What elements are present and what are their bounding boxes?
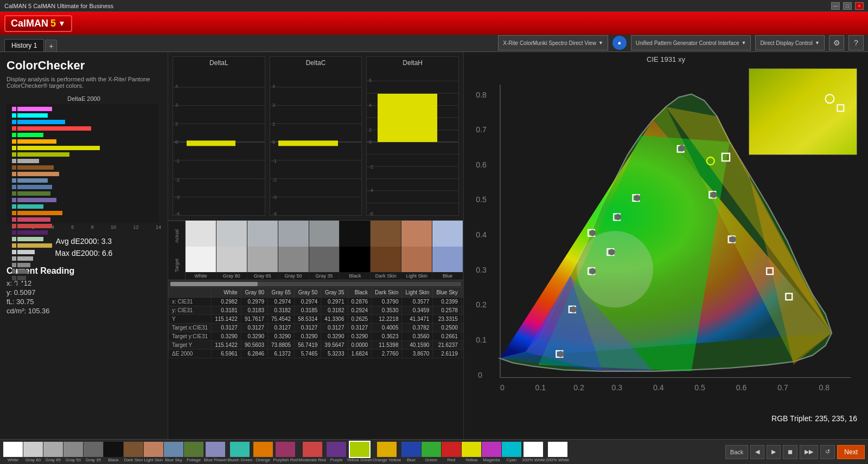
logo-dropdown-arrow[interactable]: ▼ bbox=[58, 19, 66, 28]
svg-text:0.2: 0.2 bbox=[476, 300, 487, 309]
bar-swatch bbox=[12, 276, 16, 280]
table-cell: 0.3182 bbox=[321, 306, 348, 315]
chip-container[interactable]: Blue bbox=[401, 442, 421, 462]
prev-button[interactable]: ◀ bbox=[750, 445, 764, 459]
swatch-target bbox=[278, 247, 309, 273]
color-chip[interactable] bbox=[276, 442, 295, 457]
color-chip[interactable] bbox=[377, 442, 397, 457]
color-chip[interactable] bbox=[84, 442, 103, 457]
close-button[interactable]: × bbox=[855, 2, 864, 10]
skip-button[interactable]: ▶▶ bbox=[800, 445, 818, 459]
chip-container[interactable]: 100% White bbox=[522, 442, 545, 462]
chip-container[interactable]: Purplish Red bbox=[273, 442, 298, 462]
chip-container[interactable]: 200% White bbox=[546, 442, 569, 462]
swatch-target bbox=[371, 247, 401, 273]
settings-button[interactable]: ⚙ bbox=[829, 35, 844, 50]
svg-text:0.4: 0.4 bbox=[653, 383, 664, 392]
scroll-thumb[interactable] bbox=[170, 282, 258, 286]
data-table: WhiteGray 80Gray 65Gray 50Gray 35BlackDa… bbox=[168, 287, 463, 358]
chip-container[interactable]: Red bbox=[442, 442, 461, 462]
chip-container[interactable]: Magenta bbox=[482, 442, 501, 462]
chip-container[interactable]: Light Skin bbox=[144, 442, 163, 462]
chip-container[interactable]: Cyan bbox=[502, 442, 521, 462]
deltaL-area: 4 3 2 0 -1 -2 -3 -4 bbox=[173, 69, 265, 215]
device1-button[interactable]: X-Rite ColorMunki Spectro Direct View ▼ bbox=[498, 35, 608, 50]
loop-button[interactable]: ↺ bbox=[820, 445, 835, 459]
swatch-pair[interactable]: Light Skin bbox=[401, 221, 432, 280]
chip-container[interactable]: Orange bbox=[253, 442, 273, 462]
chip-container[interactable]: Yellow Green bbox=[347, 442, 372, 462]
chip-container[interactable]: Bluish Green bbox=[227, 442, 252, 462]
deltaH-chart: DeltaH 6 4 bbox=[366, 56, 459, 216]
help-button[interactable]: ? bbox=[848, 35, 864, 50]
color-chip[interactable] bbox=[124, 442, 143, 457]
swatch-pair[interactable]: Dark Skin bbox=[371, 221, 401, 280]
chip-container[interactable]: Moderate Red bbox=[298, 442, 326, 462]
tab-add-button[interactable]: + bbox=[45, 40, 57, 51]
table-cell: 0.3127 bbox=[321, 324, 348, 332]
chip-container[interactable]: Yellow bbox=[462, 442, 481, 462]
next-button[interactable]: Next bbox=[837, 445, 865, 459]
swatch-pair[interactable]: Gray 50 bbox=[278, 221, 309, 280]
svg-text:0.1: 0.1 bbox=[535, 383, 546, 392]
swatch-pair[interactable]: Black bbox=[340, 221, 371, 280]
back-button[interactable]: Back bbox=[725, 445, 748, 459]
device3-button[interactable]: Direct Display Control ▼ bbox=[755, 35, 825, 50]
color-chip[interactable] bbox=[303, 442, 322, 457]
device2-button[interactable]: Unified Pattern Generator Control Interf… bbox=[631, 35, 751, 50]
swatch-pair[interactable]: Gray 35 bbox=[309, 221, 340, 280]
chip-container[interactable]: Orange Yellow bbox=[373, 442, 401, 462]
maximize-button[interactable]: □ bbox=[843, 2, 852, 10]
color-chip[interactable] bbox=[462, 442, 481, 457]
chip-container[interactable]: Gray 50 bbox=[63, 442, 83, 462]
color-chip[interactable] bbox=[144, 442, 163, 457]
color-chip[interactable] bbox=[422, 442, 441, 457]
chip-container[interactable]: Blue Flower bbox=[204, 442, 227, 462]
color-chip[interactable] bbox=[63, 442, 83, 457]
chip-container[interactable]: Dark Skin bbox=[124, 442, 143, 462]
color-chip[interactable] bbox=[482, 442, 501, 457]
color-chip[interactable] bbox=[401, 442, 421, 457]
chip-container[interactable]: Purple bbox=[327, 442, 346, 462]
color-chip[interactable] bbox=[548, 442, 567, 457]
swatch-pair[interactable]: Blue bbox=[432, 221, 463, 280]
chip-container[interactable]: Gray 35 bbox=[84, 442, 103, 462]
color-chip[interactable] bbox=[164, 442, 183, 457]
color-chip[interactable] bbox=[43, 442, 63, 457]
chip-container[interactable]: Green bbox=[422, 442, 441, 462]
tab-history[interactable]: History 1 bbox=[4, 39, 44, 51]
table-cell: 2.8443 bbox=[461, 350, 463, 358]
swatch-pair[interactable]: Gray 65 bbox=[247, 221, 278, 280]
chip-container[interactable]: Foliage bbox=[184, 442, 203, 462]
chip-container[interactable]: Gray 65 bbox=[43, 442, 63, 462]
cie-thumbnail bbox=[749, 68, 857, 155]
color-chip[interactable] bbox=[206, 442, 225, 457]
stop-button[interactable]: ◼ bbox=[783, 445, 797, 459]
color-chip[interactable] bbox=[350, 442, 369, 457]
color-chip[interactable] bbox=[230, 442, 250, 457]
scroll-track[interactable] bbox=[170, 282, 461, 286]
chip-container[interactable]: Black bbox=[104, 442, 123, 462]
color-chip[interactable] bbox=[327, 442, 346, 457]
color-chip[interactable] bbox=[104, 442, 123, 457]
chip-container[interactable]: White bbox=[3, 442, 23, 462]
data-table-container: WhiteGray 80Gray 65Gray 50Gray 35BlackDa… bbox=[168, 287, 463, 439]
color-chip[interactable] bbox=[23, 442, 43, 457]
color-chip[interactable] bbox=[184, 442, 203, 457]
color-chip[interactable] bbox=[502, 442, 521, 457]
chip-container[interactable]: Blue Sky bbox=[164, 442, 183, 462]
bar-row bbox=[12, 262, 156, 268]
swatch-scrollbar[interactable] bbox=[168, 280, 463, 287]
play-button[interactable]: ▶ bbox=[767, 445, 781, 459]
table-cell: 56.7419 bbox=[295, 341, 321, 350]
actual-target-labels: Actual Target bbox=[168, 221, 186, 280]
minimize-button[interactable]: — bbox=[831, 2, 840, 10]
color-chip[interactable] bbox=[442, 442, 461, 457]
swatch-pair[interactable]: Gray 80 bbox=[216, 221, 247, 280]
chip-container[interactable]: Gray 80 bbox=[23, 442, 43, 462]
color-chip[interactable] bbox=[3, 442, 23, 457]
svg-text:0: 0 bbox=[272, 139, 275, 145]
swatch-pair[interactable]: White bbox=[186, 221, 216, 280]
color-chip[interactable] bbox=[253, 442, 273, 457]
color-chip[interactable] bbox=[524, 442, 543, 457]
